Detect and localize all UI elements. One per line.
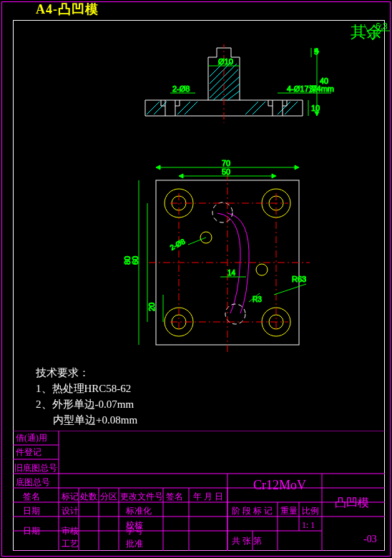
svg-text:签名: 签名: [166, 491, 183, 501]
svg-text:分区: 分区: [100, 491, 117, 501]
svg-text:Ø10: Ø10: [218, 57, 233, 66]
drawing-number: -03: [363, 534, 377, 544]
svg-text:工艺: 工艺: [62, 539, 79, 549]
svg-text:14: 14: [227, 269, 236, 277]
lbl-borrow: 借(通)用: [16, 433, 47, 443]
tech-item-2: 2、外形单边-0.07mm: [36, 396, 137, 412]
svg-text:20: 20: [147, 303, 156, 311]
hatch-base: [147, 102, 298, 114]
svg-line-2: [210, 64, 237, 91]
svg-text:70: 70: [222, 159, 230, 167]
svg-text:2-Ø8: 2-Ø8: [169, 237, 187, 251]
svg-line-70: [188, 238, 206, 245]
svg-text:共    张  第: 共 张 第: [232, 536, 262, 546]
tech-title: 技术要求：: [36, 365, 137, 381]
tech-item-3: 内型单边+0.08mm: [36, 412, 137, 428]
lbl-baseno: 底图总号: [16, 477, 50, 487]
svg-text:阶 段 标 记: 阶 段 标 记: [232, 506, 273, 516]
hatch-boss: [210, 62, 240, 100]
svg-line-11: [185, 102, 197, 114]
part-name: 凸凹模: [335, 496, 369, 509]
svg-line-13: [253, 102, 265, 114]
svg-text:标记: 标记: [61, 491, 79, 501]
svg-line-66: [274, 284, 306, 295]
svg-line-12: [245, 102, 258, 114]
svg-text:更改文件号: 更改文件号: [120, 491, 163, 501]
svg-text:处数: 处数: [80, 491, 97, 501]
plan-view: 70 50 80 60 20 14 R63 R3 2-Ø8: [123, 159, 310, 352]
svg-text:R63: R63: [292, 275, 306, 283]
ra-value: 6.3: [376, 21, 388, 31]
top-view: Ø3 Ø10 40 5 10 2-Ø8 4-Ø17深4mm: [145, 44, 334, 123]
svg-text:年 月 日: 年 月 日: [193, 491, 223, 501]
svg-text:4-Ø17深4mm: 4-Ø17深4mm: [287, 84, 334, 93]
svg-line-5: [213, 77, 240, 100]
svg-text:学号: 学号: [126, 526, 143, 536]
svg-text:比例: 比例: [302, 506, 319, 516]
svg-text:R3: R3: [253, 295, 262, 303]
svg-text:标准化: 标准化: [125, 506, 152, 516]
tech-item-1: 1、热处理HRC58-62: [36, 381, 137, 396]
svg-line-14: [278, 102, 290, 114]
svg-text:50: 50: [222, 167, 230, 176]
svg-text:10: 10: [311, 104, 320, 112]
svg-text:批准: 批准: [126, 539, 143, 549]
lbl-date2: 日期: [23, 526, 40, 536]
lbl-oldno: 旧底图总号: [14, 463, 57, 473]
svg-text:设计: 设计: [62, 506, 79, 516]
svg-line-8: [147, 102, 160, 114]
svg-text:审核: 审核: [62, 526, 79, 536]
svg-text:1: 1: 1: 1: [302, 520, 315, 530]
drawing-title: A4-凸凹模: [36, 1, 99, 18]
svg-text:重量: 重量: [280, 506, 298, 516]
dims-top: Ø3 Ø10 40 5 10 2-Ø8 4-Ø17深4mm: [170, 44, 334, 116]
material: Cr12MoV: [253, 478, 306, 492]
svg-line-6: [220, 84, 240, 100]
lbl-sign: 签名: [23, 491, 40, 501]
technical-requirements: 技术要求： 1、热处理HRC58-62 2、外形单边-0.07mm 内型单边+0…: [36, 365, 137, 428]
lbl-partreg: 件登记: [16, 447, 41, 457]
lbl-date1: 日期: [23, 506, 40, 516]
svg-point-46: [212, 202, 232, 222]
svg-point-45: [256, 264, 268, 275]
svg-text:2-Ø8: 2-Ø8: [172, 84, 190, 93]
svg-line-9: [154, 102, 167, 114]
svg-text:60: 60: [131, 256, 139, 265]
surface-finish-symbol: 6.3: [358, 20, 392, 46]
dims-plan: 70 50 80 60 20 14 R63 R3 2-Ø8: [123, 159, 306, 345]
